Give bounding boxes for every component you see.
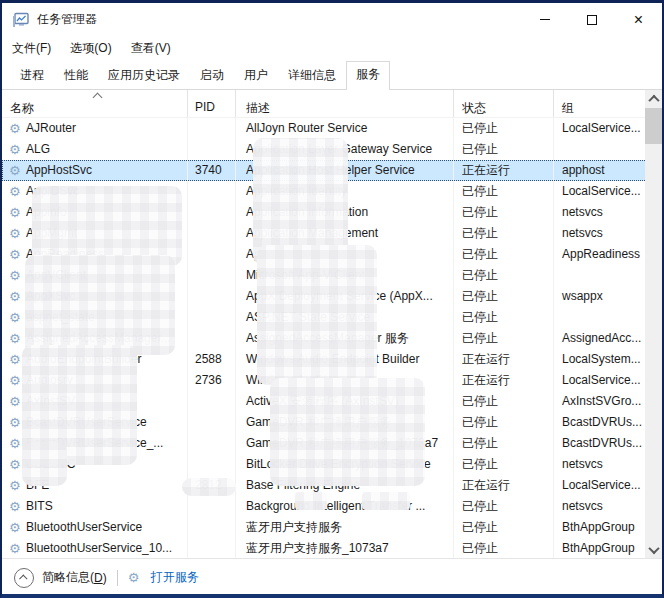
service-status-cell: 已停止: [454, 496, 554, 517]
service-pid-cell: [188, 454, 236, 475]
service-group-cell: [554, 307, 647, 328]
service-row-AJRouter[interactable]: ⚙AJRouterAllJoyn Router Service已停止LocalS…: [2, 118, 647, 139]
service-status-cell: 已停止: [454, 328, 554, 349]
service-group-cell: netsvcs: [554, 454, 647, 475]
service-group-cell: netsvcs: [554, 202, 647, 223]
service-status-cell: 已停止: [454, 517, 554, 538]
open-services-link[interactable]: ⚙ 打开服务: [128, 569, 199, 586]
chevron-up-icon: [19, 574, 27, 582]
tab-processes[interactable]: 进程: [10, 62, 54, 89]
tab-users[interactable]: 用户: [234, 62, 278, 89]
service-gear-icon: ⚙: [9, 311, 26, 324]
service-group-cell: apphost: [554, 160, 647, 181]
service-description-cell: 蓝牙用户支持服务_1073a7: [236, 538, 454, 558]
fewer-details-button[interactable]: [14, 568, 34, 588]
service-group-cell: wsappx: [554, 286, 647, 307]
service-group-cell: [554, 265, 647, 286]
service-name-label: AJRouter: [26, 118, 76, 139]
service-name-label: AppHostSvc: [26, 160, 92, 181]
tab-details[interactable]: 详细信息: [278, 62, 346, 89]
menu-view[interactable]: 查看(V): [131, 40, 171, 57]
service-pid-cell: 2588: [188, 349, 236, 370]
service-pid-cell: [188, 307, 236, 328]
scroll-down-button[interactable]: [645, 541, 662, 558]
service-name-label: BluetoothUserService_10...: [26, 538, 172, 558]
chevron-down-icon: [648, 542, 659, 553]
service-status-cell: 已停止: [454, 181, 554, 202]
service-pid-cell: [188, 244, 236, 265]
service-pid-cell: [188, 496, 236, 517]
service-pid-cell: [188, 223, 236, 244]
tab-startup[interactable]: 启动: [190, 62, 234, 89]
service-gear-icon: ⚙: [9, 269, 26, 282]
service-gear-icon: ⚙: [9, 143, 26, 156]
service-status-cell: 已停止: [454, 307, 554, 328]
tab-services[interactable]: 服务: [346, 61, 390, 90]
service-description-cell: Background Intelligent Transfer ...: [236, 496, 454, 517]
close-button[interactable]: ×: [615, 3, 662, 36]
service-status-cell: 正在运行: [454, 349, 554, 370]
menu-file[interactable]: 文件(F): [12, 40, 51, 57]
maximize-icon: [587, 15, 597, 25]
title-bar: 任务管理器 ×: [2, 3, 662, 36]
service-gear-icon: ⚙: [9, 122, 26, 135]
service-status-cell: 已停止: [454, 202, 554, 223]
close-icon: ×: [634, 12, 643, 28]
service-row-BluetoothUserService[interactable]: ⚙BluetoothUserService蓝牙用户支持服务已停止BthAppGr…: [2, 517, 647, 538]
service-pid-cell: [188, 118, 236, 139]
column-header-description[interactable]: 描述: [236, 90, 454, 117]
tab-app-history[interactable]: 应用历史记录: [98, 62, 190, 89]
service-pid-cell: [188, 412, 236, 433]
scroll-up-button[interactable]: [645, 90, 662, 107]
service-group-cell: BcastDVRUs...: [554, 433, 647, 454]
service-group-cell: BthAppGroup: [554, 538, 647, 558]
window-controls: ×: [521, 3, 662, 36]
service-name-cell: ⚙BITS: [2, 496, 188, 517]
service-status-cell: 正在运行: [454, 370, 554, 391]
minimize-button[interactable]: [521, 3, 568, 36]
service-gear-icon: ⚙: [9, 290, 26, 303]
service-group-cell: LocalService...: [554, 475, 647, 496]
vertical-scrollbar[interactable]: [645, 90, 662, 558]
service-status-cell: 已停止: [454, 433, 554, 454]
column-header-status[interactable]: 状态: [454, 90, 554, 117]
column-header-group[interactable]: 组: [554, 90, 647, 117]
service-pid-cell: 3740: [188, 160, 236, 181]
scrollbar-thumb[interactable]: [645, 108, 662, 144]
service-status-cell: 已停止: [454, 244, 554, 265]
service-group-cell: LocalService...: [554, 118, 647, 139]
fewer-details-label[interactable]: 简略信息(D): [42, 569, 107, 586]
maximize-button[interactable]: [568, 3, 615, 36]
service-gear-icon: ⚙: [9, 332, 26, 345]
menu-options[interactable]: 选项(O): [70, 40, 111, 57]
service-gear-icon: ⚙: [9, 521, 26, 534]
service-pid-cell: [188, 265, 236, 286]
service-group-cell: BcastDVRUs...: [554, 412, 647, 433]
table-header: 名称 PID 描述 状态 组: [2, 90, 662, 118]
service-status-cell: 已停止: [454, 286, 554, 307]
footer-divider: [117, 570, 118, 586]
column-header-pid[interactable]: PID: [188, 90, 236, 117]
service-pid-cell: [188, 391, 236, 412]
service-gear-icon: ⚙: [9, 542, 26, 555]
service-pid-cell: [188, 328, 236, 349]
task-manager-icon: [12, 12, 29, 28]
service-group-cell: LocalService...: [554, 181, 647, 202]
tab-performance[interactable]: 性能: [54, 62, 98, 89]
service-pid-cell: [188, 433, 236, 454]
service-group-cell: AxInstSVGro...: [554, 391, 647, 412]
service-name-cell: ⚙BluetoothUserService_10...: [2, 538, 188, 558]
menu-bar: 文件(F) 选项(O) 查看(V): [2, 36, 662, 60]
service-status-cell: 已停止: [454, 139, 554, 160]
service-gear-icon: ⚙: [9, 500, 26, 513]
task-manager-window: 任务管理器 × 文件(F) 选项(O) 查看(V) 进程性能应用历史记录启动用户…: [0, 0, 664, 598]
tab-bar: 进程性能应用历史记录启动用户详细信息服务: [2, 60, 662, 90]
service-status-cell: 已停止: [454, 265, 554, 286]
service-group-cell: AssignedAcc...: [554, 328, 647, 349]
service-name-cell: ⚙BluetoothUserService: [2, 517, 188, 538]
services-gear-icon: ⚙: [128, 571, 145, 584]
service-row-BluetoothUserService_10[interactable]: ⚙BluetoothUserService_10...蓝牙用户支持服务_1073…: [2, 538, 647, 558]
services-table: 名称 PID 描述 状态 组 ⚙AJRouterAllJoyn Router S…: [2, 90, 662, 558]
service-group-cell: netsvcs: [554, 223, 647, 244]
service-gear-icon: ⚙: [9, 206, 26, 219]
